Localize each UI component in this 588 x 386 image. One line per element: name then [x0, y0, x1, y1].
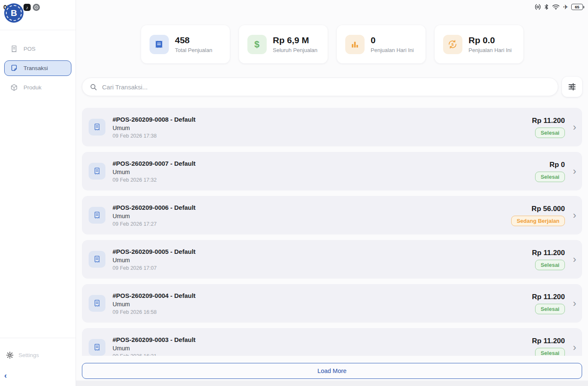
- settings-label: Settings: [18, 352, 39, 358]
- transaction-row[interactable]: #POS-260209-0007 - Default Umum 09 Feb 2…: [82, 152, 582, 190]
- receipt-icon: [10, 45, 18, 53]
- sidebar-item-pos[interactable]: POS: [4, 41, 71, 57]
- receipt-icon: [89, 119, 105, 136]
- receipt-filled-icon: [150, 35, 169, 54]
- transaction-customer: Umum: [113, 301, 532, 308]
- stat-label: Total Penjualan: [175, 47, 213, 53]
- transaction-amount: Rp 11.200: [532, 117, 565, 125]
- status-badge: Selesai: [535, 172, 565, 182]
- chevron-right-icon[interactable]: ›: [571, 166, 578, 176]
- stat-label: Seluruh Penjualan: [273, 47, 318, 53]
- transaction-amount: Rp 56.000: [532, 205, 565, 213]
- sidebar-item-transaksi[interactable]: Transaksi: [4, 60, 71, 76]
- list-footer: Load More: [76, 356, 588, 386]
- status-badge: Selesai: [535, 128, 565, 138]
- app-logo: B: [4, 3, 24, 23]
- transaction-row[interactable]: #POS-260209-0006 - Default Umum 09 Feb 2…: [82, 196, 582, 235]
- stats-cards-row: 458 Total Penjualan $ Rp 6,9 M Seluruh P…: [76, 25, 588, 63]
- sidebar-collapse-button[interactable]: ‹: [4, 371, 7, 379]
- stat-label: Penjualan Hari Ini: [371, 47, 414, 53]
- transaction-amount: Rp 11.200: [532, 249, 565, 257]
- receipt-icon: [89, 339, 105, 356]
- bitcoin-logo-icon: B: [10, 8, 17, 18]
- chevron-right-icon[interactable]: ›: [571, 122, 578, 132]
- stat-card: $ Rp 0.0 Penjualan Hari Ini: [435, 25, 523, 63]
- receipt-icon: [89, 251, 105, 268]
- svg-text:$: $: [452, 42, 454, 47]
- stat-value: 458: [175, 35, 213, 45]
- chevron-right-icon[interactable]: ›: [571, 254, 578, 264]
- transaction-customer: Umum: [113, 257, 532, 263]
- transaction-datetime: 09 Feb 2026 17:38: [113, 133, 532, 139]
- transaction-amount: Rp 11.200: [532, 293, 565, 301]
- dollar-icon: $: [247, 35, 267, 54]
- filter-sliders-icon: [567, 82, 577, 91]
- chevron-right-icon[interactable]: ›: [571, 298, 578, 308]
- stat-card-text: Rp 6,9 M Seluruh Penjualan: [273, 35, 318, 53]
- stat-card: $ Rp 6,9 M Seluruh Penjualan: [239, 25, 328, 63]
- chevron-right-icon[interactable]: ›: [571, 342, 578, 352]
- transaction-datetime: 09 Feb 2026 17:27: [113, 221, 511, 227]
- transaction-row[interactable]: #POS-260209-0004 - Default Umum 09 Feb 2…: [82, 284, 582, 323]
- transaction-customer: Umum: [113, 125, 532, 131]
- sidebar-divider-bottom: [0, 338, 76, 338]
- stat-label: Penjualan Hari Ini: [469, 47, 512, 53]
- transaction-datetime: 09 Feb 2026 16:58: [113, 309, 532, 315]
- sidebar-divider-top: [0, 30, 76, 30]
- search-icon: [89, 83, 97, 91]
- sidebar-item-settings[interactable]: Settings: [6, 351, 39, 359]
- box-icon: [10, 83, 18, 91]
- sidebar-item-label: POS: [24, 46, 36, 52]
- stat-card-text: 458 Total Penjualan: [175, 35, 213, 53]
- stat-card: 0 Penjualan Hari Ini: [337, 25, 425, 63]
- stat-card: 458 Total Penjualan: [141, 25, 230, 63]
- transaction-title: #POS-260209-0003 - Default: [113, 336, 532, 343]
- sidebar-item-label: Transaksi: [24, 65, 48, 71]
- receipt-icon: [89, 163, 105, 180]
- transaction-title: #POS-260209-0008 - Default: [113, 116, 532, 123]
- refresh-dollar-icon: $: [443, 35, 462, 54]
- transaction-customer: Umum: [113, 213, 511, 219]
- stat-value: Rp 0.0: [469, 35, 512, 45]
- search-box[interactable]: [82, 78, 558, 96]
- sidebar-menu: POS Transaksi Produk: [4, 41, 71, 95]
- transaction-customer: Umum: [113, 345, 532, 352]
- stat-value: Rp 6,9 M: [273, 35, 318, 45]
- transaction-title: #POS-260209-0007 - Default: [113, 160, 535, 167]
- search-input[interactable]: [102, 83, 551, 91]
- transaction-customer: Umum: [113, 169, 535, 175]
- sidebar-item-label: Produk: [24, 84, 42, 91]
- transaction-list: #POS-260209-0008 - Default Umum 09 Feb 2…: [82, 108, 582, 367]
- load-more-button[interactable]: Load More: [82, 363, 582, 379]
- sidebar-item-produk[interactable]: Produk: [4, 80, 71, 95]
- transaction-amount: Rp 11.200: [532, 337, 565, 345]
- transaction-title: #POS-260209-0004 - Default: [113, 292, 532, 299]
- filter-button[interactable]: [562, 77, 582, 97]
- receipt-icon: [89, 295, 105, 312]
- receipt-icon: [89, 207, 105, 224]
- gear-icon: [6, 351, 14, 359]
- transaction-title: #POS-260209-0005 - Default: [113, 248, 532, 255]
- sidebar: B POS Transaksi Produk Settings ‹: [0, 0, 76, 386]
- transaction-title: #POS-260209-0006 - Default: [113, 204, 511, 211]
- status-badge: Selesai: [535, 260, 565, 270]
- note-icon: [10, 64, 18, 72]
- stat-card-text: 0 Penjualan Hari Ini: [371, 35, 414, 53]
- status-badge: Sedang Berjalan: [511, 216, 565, 226]
- transaction-amount: Rp 0: [549, 161, 565, 169]
- search-row: [82, 77, 582, 97]
- stat-card-text: Rp 0.0 Penjualan Hari Ini: [469, 35, 512, 53]
- chevron-right-icon[interactable]: ›: [571, 210, 578, 220]
- stat-value: 0: [371, 35, 414, 45]
- main-content: 458 Total Penjualan $ Rp 6,9 M Seluruh P…: [76, 0, 588, 386]
- transaction-datetime: 09 Feb 2026 17:32: [113, 177, 535, 183]
- status-badge: Selesai: [535, 304, 565, 314]
- transaction-row[interactable]: #POS-260209-0005 - Default Umum 09 Feb 2…: [82, 240, 582, 279]
- transaction-datetime: 09 Feb 2026 17:07: [113, 265, 532, 271]
- transaction-row[interactable]: #POS-260209-0008 - Default Umum 09 Feb 2…: [82, 108, 582, 146]
- bar-chart-icon: [345, 35, 365, 54]
